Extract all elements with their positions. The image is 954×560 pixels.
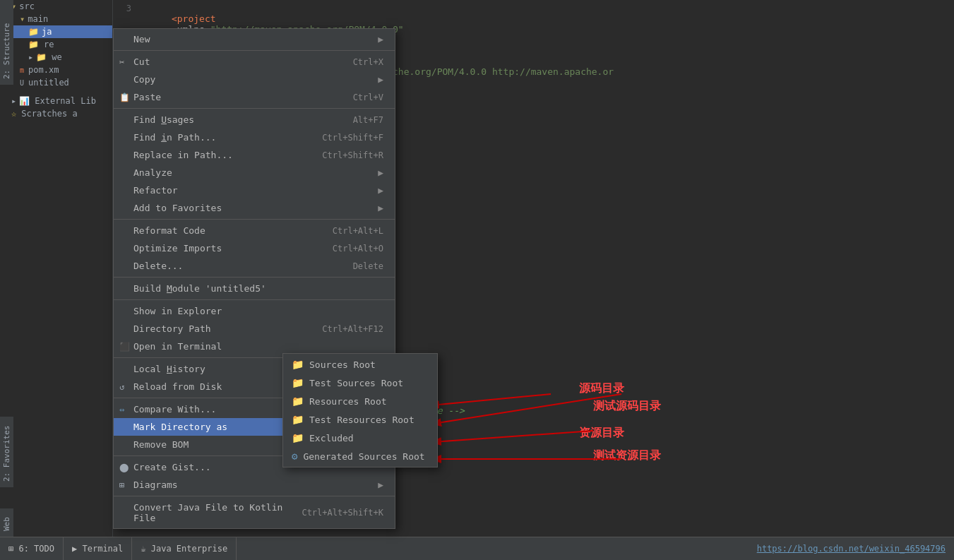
menu-separator-3 (114, 219, 395, 220)
menu-separator-5 (114, 299, 395, 300)
menu-optimize-imports[interactable]: Optimize Imports Ctrl+Alt+O (114, 239, 395, 257)
sidebar-item-untitled[interactable]: U untitled (0, 76, 112, 89)
mark-directory-submenu: 📁 Sources Root 📁 Test Sources Root 📁 Res… (282, 353, 438, 467)
sidebar-item-resources[interactable]: 📁 re (0, 38, 112, 51)
java-enterprise-button[interactable]: ☕ Java Enterprise (132, 537, 237, 560)
resources-root-icon: 📁 (292, 395, 304, 407)
menu-show-in-explorer[interactable]: Show in Explorer (114, 302, 395, 320)
menu-separator-4 (114, 277, 395, 278)
submenu-excluded[interactable]: 📁 Excluded (283, 429, 437, 447)
menu-separator-2 (114, 108, 395, 109)
sidebar-item-java[interactable]: 📁 ja (0, 25, 112, 38)
menu-analyze[interactable]: Analyze ▶ (114, 164, 395, 181)
sidebar-item-webapp[interactable]: ▸ 📁 we (0, 51, 112, 64)
menu-build-module[interactable]: Build Module 'untitled5' (114, 280, 395, 297)
structure-panel-label[interactable]: 2: Structure (0, 0, 13, 85)
menu-directory-path[interactable]: Directory Path Ctrl+Alt+F12 (114, 320, 395, 338)
menu-reformat-code[interactable]: Reformat Code Ctrl+Alt+L (114, 222, 395, 239)
menu-separator-1 (114, 50, 395, 51)
menu-add-to-favorites[interactable]: Add to Favorites ▶ (114, 199, 395, 217)
test-resources-root-icon: 📁 (292, 414, 304, 425)
sidebar-item-src[interactable]: ▾ src (0, 0, 112, 13)
submenu-test-resources-root[interactable]: 📁 Test Resources Root (283, 410, 437, 429)
favorites-panel-label[interactable]: 2: Favorites (0, 417, 13, 487)
menu-find-in-path[interactable]: Find in Path... Ctrl+Shift+F (114, 129, 395, 146)
menu-refactor[interactable]: Refactor ▶ (114, 181, 395, 199)
sidebar-item-main[interactable]: ▾ main (0, 13, 112, 25)
todo-button[interactable]: ⊞ 6: TODO (0, 537, 64, 560)
sidebar-item-external-lib[interactable]: ▸ 📊 External Lib (0, 95, 112, 107)
menu-cut[interactable]: ✂ Cut Ctrl+X (114, 53, 395, 71)
submenu-generated-sources[interactable]: ⚙ Generated Sources Root (283, 447, 437, 465)
menu-paste[interactable]: 📋 Paste Ctrl+V (114, 88, 395, 106)
menu-diagrams[interactable]: ⊞ Diagrams ▶ (114, 476, 395, 494)
terminal-button[interactable]: ▶ Terminal (64, 537, 132, 560)
web-panel-label[interactable]: Web (0, 508, 13, 537)
menu-separator-9 (114, 496, 395, 496)
menu-copy[interactable]: Copy ▶ (114, 71, 395, 88)
excluded-icon: 📁 (292, 432, 304, 443)
sidebar-item-pomxml[interactable]: m pom.xm (0, 64, 112, 76)
menu-delete[interactable]: Delete... Delete (114, 257, 395, 275)
menu-replace-in-path[interactable]: Replace in Path... Ctrl+Shift+R (114, 146, 395, 164)
menu-find-usages[interactable]: Find Usages Alt+F7 (114, 111, 395, 129)
menu-new[interactable]: New ▶ (114, 30, 395, 48)
csdn-url[interactable]: https://blog.csdn.net/weixin_46594796 (757, 544, 954, 554)
submenu-test-sources-root[interactable]: 📁 Test Sources Root (283, 374, 437, 392)
test-sources-root-icon: 📁 (292, 377, 304, 388)
sidebar-item-scratches[interactable]: ☆ Scratches a (0, 107, 112, 120)
bottom-bar: ⊞ 6: TODO ▶ Terminal ☕ Java Enterprise h… (0, 537, 954, 560)
menu-convert-java-kotlin[interactable]: Convert Java File to Kotlin File Ctrl+Al… (114, 499, 395, 527)
submenu-resources-root[interactable]: 📁 Resources Root (283, 392, 437, 410)
submenu-sources-root[interactable]: 📁 Sources Root (283, 355, 437, 374)
sidebar: ▾ src ▾ main 📁 ja 📁 re ▸ 📁 we m pom.xm U… (0, 0, 113, 537)
sources-root-icon: 📁 (292, 359, 304, 370)
generated-sources-icon: ⚙ (292, 451, 297, 462)
